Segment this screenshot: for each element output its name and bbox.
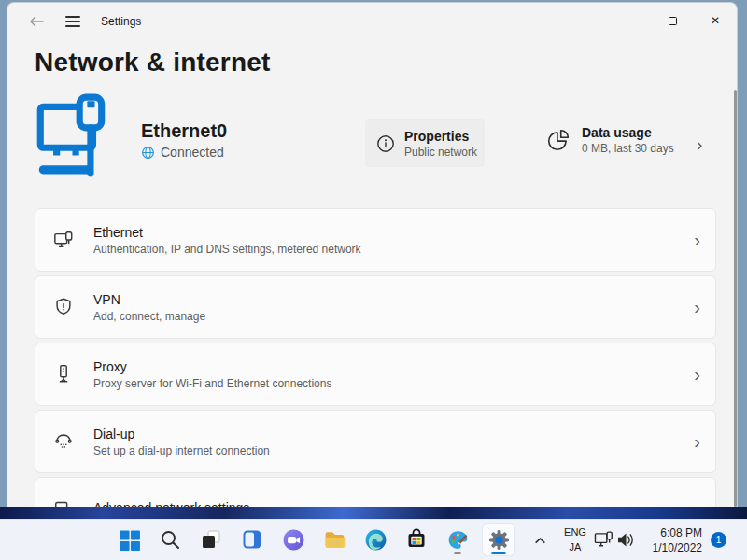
titlebar: Settings ✕ xyxy=(7,3,737,38)
clock[interactable]: 6:08 PM 1/10/2022 xyxy=(642,525,702,555)
chevron-right-icon: › xyxy=(697,134,702,155)
properties-button[interactable]: Properties Public network xyxy=(365,119,485,167)
paint-button[interactable] xyxy=(442,524,473,555)
chat-button[interactable] xyxy=(277,524,309,555)
settings-taskbar-button[interactable] xyxy=(483,524,514,555)
file-explorer-icon xyxy=(323,528,346,552)
properties-title: Properties xyxy=(404,129,477,144)
minimize-button[interactable] xyxy=(608,3,651,38)
list-item-subtitle: Set up a dial-up internet connection xyxy=(93,444,270,457)
chevron-right-icon: › xyxy=(694,364,700,385)
menu-icon xyxy=(65,16,80,18)
search-button[interactable] xyxy=(154,524,186,555)
proxy-server-icon xyxy=(53,364,74,385)
back-button[interactable] xyxy=(24,12,49,31)
list-item-proxy[interactable]: ProxyProxy server for Wi-Fi and Ethernet… xyxy=(35,343,716,406)
list-item-subtitle: Proxy server for Wi-Fi and Ethernet conn… xyxy=(93,377,331,390)
ethernet-hero-icon xyxy=(35,93,109,183)
show-hidden-icons-button[interactable] xyxy=(534,532,546,549)
maximize-icon xyxy=(669,17,677,25)
store-button[interactable] xyxy=(401,524,432,555)
task-view-icon xyxy=(200,528,222,551)
list-item-title: Dial-up xyxy=(93,427,270,441)
properties-subtitle: Public network xyxy=(404,146,477,159)
maximize-button[interactable] xyxy=(651,3,694,38)
clock-time: 6:08 PM xyxy=(642,525,702,540)
desktop-wallpaper xyxy=(0,507,747,520)
volume-tray-button[interactable] xyxy=(616,532,635,552)
close-icon: ✕ xyxy=(711,14,720,27)
ethernet-icon xyxy=(53,230,74,251)
vpn-shield-icon xyxy=(53,297,74,317)
menu-button[interactable] xyxy=(62,13,84,30)
start-button[interactable] xyxy=(113,524,145,555)
dialup-phone-icon xyxy=(53,431,74,452)
app-title: Settings xyxy=(101,15,141,28)
language-line1: ENG xyxy=(560,525,590,539)
list-item-subtitle: Add, connect, manage xyxy=(93,310,205,323)
data-usage-button[interactable]: Data usage 0 MB, last 30 days xyxy=(546,125,674,155)
chevron-right-icon: › xyxy=(694,230,700,251)
globe-icon xyxy=(141,146,155,160)
edge-icon xyxy=(364,528,388,552)
list-item-ethernet[interactable]: EthernetAuthentication, IP and DNS setti… xyxy=(35,208,716,272)
scrollbar[interactable] xyxy=(734,90,737,507)
list-item-advanced-network-settings[interactable]: Advanced network settings › xyxy=(35,477,716,511)
network-tray-button[interactable] xyxy=(594,531,613,553)
tray-chevron-icon xyxy=(534,537,546,545)
network-tray-icon xyxy=(594,531,613,549)
page-title: Network & internet xyxy=(35,48,271,77)
list-item-title: Proxy xyxy=(93,359,331,374)
info-icon xyxy=(376,134,395,153)
settings-window: Settings ✕ Network & internet Ethernet0 … xyxy=(7,2,738,511)
language-switcher[interactable]: ENG JA xyxy=(560,525,590,554)
data-usage-subtitle: 0 MB, last 30 days xyxy=(582,142,674,155)
store-icon xyxy=(405,528,428,551)
connection-name: Ethernet0 xyxy=(141,120,227,142)
list-item-title: VPN xyxy=(93,292,205,307)
language-line2: JA xyxy=(560,539,590,554)
paint-icon xyxy=(446,528,470,552)
back-arrow-icon xyxy=(29,15,45,28)
file-explorer-button[interactable] xyxy=(318,524,350,555)
connection-status: Connected xyxy=(141,145,224,160)
data-usage-title: Data usage xyxy=(582,125,674,140)
list-item-subtitle: Authentication, IP and DNS settings, met… xyxy=(93,243,361,256)
pie-chart-icon xyxy=(546,128,571,152)
running-indicator xyxy=(454,552,461,554)
active-indicator xyxy=(491,552,506,554)
list-item-vpn[interactable]: VPNAdd, connect, manage › xyxy=(35,275,716,339)
chevron-right-icon: › xyxy=(694,431,700,453)
list-item-dialup[interactable]: Dial-upSet up a dial-up internet connect… xyxy=(35,410,716,473)
chevron-right-icon: › xyxy=(694,297,700,318)
edge-button[interactable] xyxy=(359,524,391,555)
widgets-button[interactable] xyxy=(236,524,268,555)
clock-date: 1/10/2022 xyxy=(642,540,702,555)
taskbar: ENG JA 6:08 PM 1/10/2022 1 xyxy=(0,519,747,560)
minimize-icon xyxy=(625,21,634,21)
chat-icon xyxy=(282,528,305,552)
task-view-button[interactable] xyxy=(195,524,227,555)
search-icon xyxy=(159,528,181,551)
connection-status-label: Connected xyxy=(161,145,224,160)
close-button[interactable]: ✕ xyxy=(694,3,737,38)
widgets-icon xyxy=(241,528,263,551)
volume-icon xyxy=(616,532,635,548)
notification-badge[interactable]: 1 xyxy=(711,532,726,548)
list-item-title: Ethernet xyxy=(93,225,361,240)
settings-gear-icon xyxy=(488,529,510,551)
start-icon xyxy=(118,528,141,552)
